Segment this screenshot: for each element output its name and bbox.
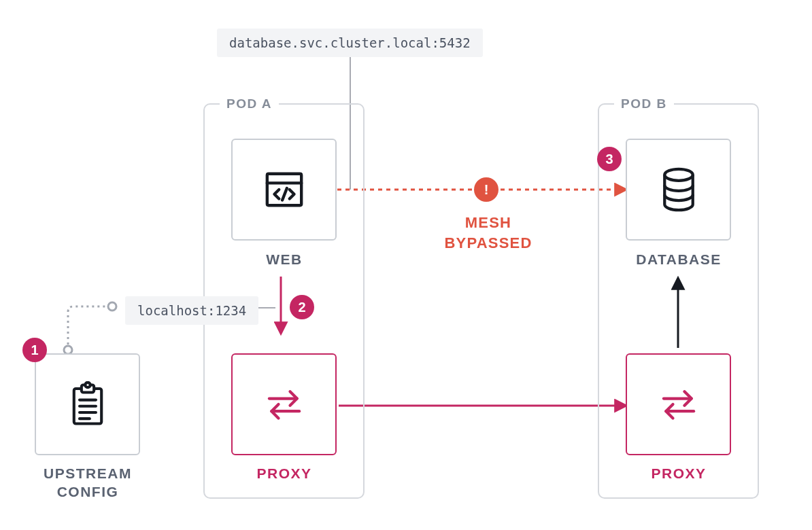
svg-line-4 [282, 188, 287, 200]
proxy-b-tile [626, 353, 731, 455]
badge-2: 2 [290, 295, 314, 319]
mesh-bypassed-line1: MESH [465, 214, 511, 231]
upstream-config-label-1: UPSTREAM [27, 465, 149, 482]
badge-alert: ! [474, 177, 498, 202]
badge-1: 1 [22, 338, 47, 362]
web-tile [231, 139, 337, 241]
mesh-bypassed-label: MESH BYPASSED [434, 213, 543, 253]
pod-b-label: POD B [614, 96, 674, 111]
svg-point-1 [108, 302, 116, 311]
pod-a-label: POD A [220, 96, 279, 111]
database-tile [626, 139, 731, 241]
upstream-config-tile [35, 353, 140, 455]
localhost-pill: localhost:1234 [125, 296, 258, 325]
arrows-exchange-icon [627, 355, 730, 454]
svg-rect-2 [267, 174, 301, 206]
arrows-exchange-icon [233, 355, 335, 454]
code-window-icon [233, 140, 335, 239]
proxy-a-label: PROXY [223, 465, 345, 482]
database-icon [627, 140, 730, 239]
proxy-b-label: PROXY [618, 465, 740, 482]
upstream-config-label-2: CONFIG [27, 484, 149, 500]
mesh-bypassed-line2: BYPASSED [445, 234, 532, 251]
proxy-a-tile [231, 353, 337, 455]
database-label: DATABASE [618, 251, 740, 268]
badge-3: 3 [597, 147, 622, 171]
svg-point-7 [664, 169, 692, 181]
svg-point-12 [85, 383, 90, 387]
clipboard-icon [36, 355, 139, 454]
web-label: WEB [223, 251, 345, 268]
db-address-pill: database.svc.cluster.local:5432 [217, 29, 483, 57]
leader-localhost [68, 306, 112, 350]
